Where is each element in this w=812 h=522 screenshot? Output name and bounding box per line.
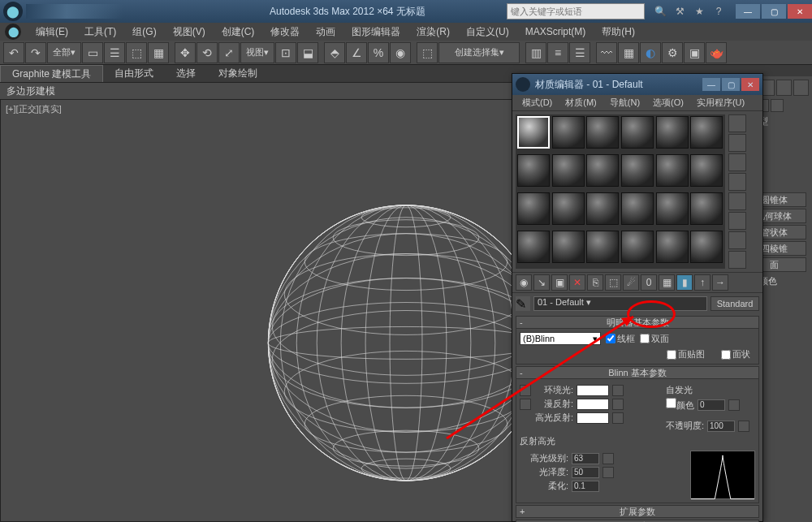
- material-slot[interactable]: [621, 192, 654, 225]
- shader-type-dropdown[interactable]: (B)Blinn▾: [520, 332, 601, 345]
- face-map-checkbox[interactable]: 面贴图: [667, 348, 705, 360]
- material-slot[interactable]: [552, 231, 585, 263]
- schematic-button[interactable]: ▦: [618, 42, 639, 63]
- me-menu-options[interactable]: 选项(O): [646, 97, 690, 109]
- menu-render[interactable]: 渲染(R): [408, 25, 458, 39]
- me-menu-mode[interactable]: 模式(D): [516, 97, 559, 109]
- material-slot[interactable]: [621, 154, 654, 187]
- ambient-swatch[interactable]: [577, 385, 609, 396]
- move-button[interactable]: ✥: [175, 42, 196, 63]
- me-menu-utilities[interactable]: 实用程序(U): [690, 97, 751, 109]
- mat-map-nav-button[interactable]: [728, 251, 746, 269]
- me-menu-navigate[interactable]: 导航(N): [603, 97, 646, 109]
- viewport-label[interactable]: [+][正交][真实]: [6, 103, 62, 115]
- help-icon[interactable]: ?: [710, 2, 728, 20]
- rotate-button[interactable]: ⟲: [197, 42, 218, 63]
- tab-paint[interactable]: 对象绘制: [207, 65, 269, 82]
- material-slot[interactable]: [552, 192, 585, 225]
- ambient-lock-button[interactable]: [520, 385, 531, 396]
- go-forward-button[interactable]: →: [712, 274, 728, 291]
- gloss-spinner[interactable]: [572, 467, 599, 478]
- diffuse-swatch[interactable]: [577, 399, 609, 410]
- select-by-mat-button[interactable]: [728, 231, 746, 249]
- maximize-button[interactable]: ▢: [762, 4, 786, 19]
- select-name-button[interactable]: ☰: [104, 42, 125, 63]
- faceted-checkbox[interactable]: 面状: [721, 348, 750, 360]
- material-slot[interactable]: [586, 192, 619, 225]
- material-slot[interactable]: [586, 116, 619, 149]
- material-slot[interactable]: [690, 231, 723, 263]
- mirror-button[interactable]: ▥: [525, 42, 546, 63]
- window-crossing-button[interactable]: ▦: [148, 42, 169, 63]
- specular-map-button[interactable]: [612, 412, 624, 424]
- make-copy-button[interactable]: ⎘: [587, 274, 603, 291]
- tab-freeform[interactable]: 自由形式: [103, 65, 165, 82]
- opacity-spinner[interactable]: [707, 421, 735, 432]
- get-material-button[interactable]: ◉: [516, 274, 532, 291]
- video-color-button[interactable]: [728, 192, 746, 210]
- opacity-map-button[interactable]: [738, 421, 749, 432]
- pivot-button[interactable]: ⊡: [275, 42, 296, 63]
- align-button[interactable]: ≡: [547, 42, 568, 63]
- tab-graphite[interactable]: Graphite 建模工具: [0, 65, 103, 82]
- material-slot[interactable]: [656, 231, 689, 263]
- diffuse-lock-button[interactable]: [520, 399, 531, 410]
- help-search-input[interactable]: [507, 3, 645, 19]
- mat-id-button[interactable]: 0: [641, 274, 657, 291]
- layer-button[interactable]: ☰: [569, 42, 590, 63]
- me-close-button[interactable]: ✕: [741, 78, 759, 91]
- background-button[interactable]: [728, 153, 746, 171]
- tab-selection[interactable]: 选择: [165, 65, 207, 82]
- wireframe-checkbox[interactable]: 线框: [606, 333, 635, 345]
- go-parent-button[interactable]: ↑: [694, 274, 710, 291]
- show-map-button[interactable]: ▦: [659, 274, 675, 291]
- ref-coord-dropdown[interactable]: 视图 ▾: [240, 42, 274, 63]
- material-slot[interactable]: [552, 116, 585, 149]
- material-slot[interactable]: [517, 154, 550, 187]
- menu-custom[interactable]: 自定义(U): [458, 25, 517, 39]
- material-slot[interactable]: [552, 154, 585, 187]
- reset-map-button[interactable]: ✕: [569, 274, 585, 291]
- two-sided-checkbox[interactable]: 双面: [640, 333, 669, 345]
- self-illum-map-button[interactable]: [728, 399, 740, 411]
- cmd-category-icon[interactable]: [771, 99, 784, 112]
- cmd-tab-hierarchy[interactable]: [776, 80, 792, 96]
- render-setup-button[interactable]: ⚙: [662, 42, 683, 63]
- backlight-button[interactable]: [728, 134, 746, 152]
- sample-uv-button[interactable]: [728, 173, 746, 191]
- me-maximize-button[interactable]: ▢: [722, 78, 740, 91]
- rollout-ext-header[interactable]: +扩展参数: [516, 505, 759, 518]
- pick-material-button[interactable]: ✎: [516, 296, 530, 311]
- menu-tools[interactable]: 工具(T): [76, 25, 124, 39]
- material-slot[interactable]: [690, 116, 723, 149]
- menu-edit[interactable]: 编辑(E): [28, 25, 76, 39]
- menu-animation[interactable]: 动画: [308, 25, 343, 39]
- material-slot[interactable]: [621, 116, 654, 149]
- scale-button[interactable]: ⤢: [218, 42, 240, 63]
- menu-logo-icon[interactable]: ⬤: [5, 24, 21, 40]
- put-to-lib-button[interactable]: ☄: [623, 274, 639, 291]
- select-object-button[interactable]: ▭: [82, 42, 103, 63]
- select-region-button[interactable]: ⬚: [126, 42, 147, 63]
- assign-to-sel-button[interactable]: ▣: [551, 274, 568, 291]
- app-logo-icon[interactable]: ⬤: [3, 2, 23, 21]
- favorite-icon[interactable]: ★: [690, 2, 708, 20]
- render-frame-button[interactable]: ▣: [684, 42, 705, 63]
- material-name-input[interactable]: 01 - Default ▾: [533, 296, 707, 311]
- gloss-map-button[interactable]: [603, 467, 614, 478]
- menu-create[interactable]: 创建(C): [214, 25, 263, 39]
- material-slot[interactable]: [656, 154, 689, 187]
- material-slot[interactable]: [586, 154, 619, 187]
- material-slot-1[interactable]: [517, 116, 550, 149]
- rollout-blinn-header[interactable]: -Blinn 基本参数: [516, 366, 759, 379]
- material-slot[interactable]: [656, 192, 689, 225]
- snap-toggle-button[interactable]: ⬘: [324, 42, 345, 63]
- self-illum-color-checkbox[interactable]: 颜色: [666, 398, 694, 412]
- soften-spinner[interactable]: [572, 481, 599, 492]
- diffuse-map-button[interactable]: [612, 399, 624, 410]
- material-slot[interactable]: [586, 231, 619, 263]
- spinner-snap-button[interactable]: ◉: [390, 42, 411, 63]
- spec-level-spinner[interactable]: [572, 453, 599, 464]
- rollout-shader-header[interactable]: -明暗器基本参数: [516, 316, 759, 329]
- menu-group[interactable]: 组(G): [124, 25, 164, 39]
